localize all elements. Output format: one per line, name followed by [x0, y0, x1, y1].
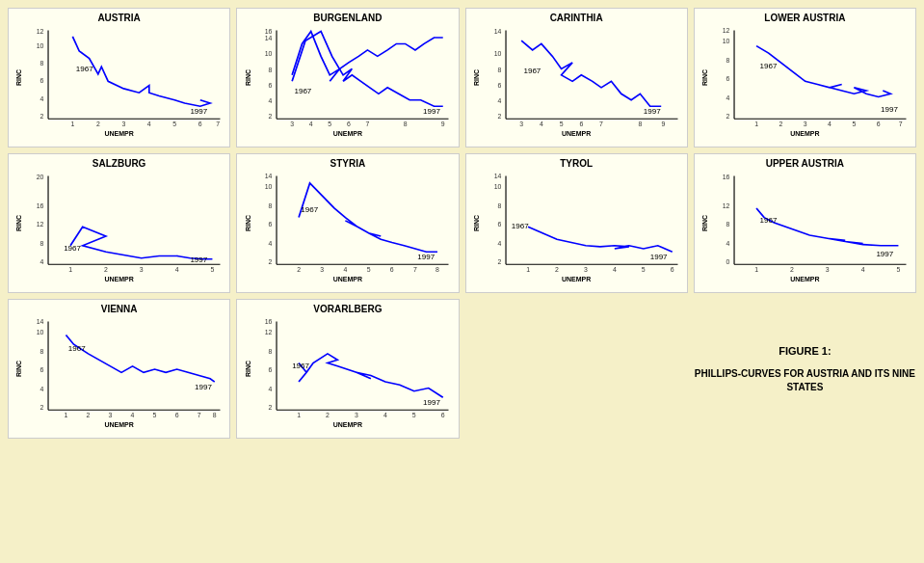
svg-text:3: 3 [519, 121, 523, 127]
svg-text:7: 7 [216, 121, 220, 127]
chart-vorarlberg-title: VORARLBERG [241, 304, 454, 314]
svg-text:4: 4 [726, 94, 729, 101]
svg-text:5: 5 [412, 412, 416, 418]
chart-vorarlberg-xlabel: UNEMPR [241, 421, 454, 428]
svg-text:14: 14 [493, 173, 501, 179]
svg-text:10: 10 [37, 42, 44, 49]
svg-text:12: 12 [722, 202, 729, 209]
chart-upper-austria: UPPER AUSTRIA RINC 0 4 8 12 16 1 2 [694, 153, 916, 293]
svg-text:1967: 1967 [76, 65, 93, 73]
svg-text:3: 3 [321, 266, 325, 273]
svg-text:12: 12 [37, 222, 44, 228]
chart-austria-svg: 2 4 6 8 10 12 1 2 3 4 5 6 7 [26, 25, 225, 129]
svg-text:1967: 1967 [64, 244, 81, 253]
chart-vienna: VIENNA RINC 2 4 6 8 10 14 1 [8, 299, 230, 439]
svg-text:2: 2 [497, 258, 501, 265]
svg-text:10: 10 [493, 184, 501, 191]
svg-text:12: 12 [37, 28, 44, 35]
chart-styria-ylabel: RINC [245, 214, 251, 230]
svg-text:6: 6 [497, 82, 501, 89]
svg-text:4: 4 [383, 412, 387, 418]
svg-text:16: 16 [37, 202, 44, 209]
svg-text:8: 8 [40, 348, 44, 355]
svg-text:4: 4 [309, 121, 313, 127]
chart-burgenland-svg: 2 4 6 8 10 14 16 3 4 5 6 7 8 9 [254, 25, 454, 129]
chart-salzburg-xlabel: UNEMPR [13, 276, 225, 282]
chart-burgenland-title: BURGENLAND [241, 13, 454, 23]
svg-text:5: 5 [852, 121, 856, 127]
svg-text:1997: 1997 [190, 107, 207, 116]
svg-text:3: 3 [109, 412, 113, 418]
svg-text:16: 16 [722, 174, 729, 180]
svg-text:4: 4 [269, 386, 273, 392]
svg-text:2: 2 [790, 266, 794, 273]
svg-text:3: 3 [121, 121, 125, 127]
svg-text:8: 8 [269, 67, 273, 73]
svg-text:8: 8 [40, 240, 44, 247]
svg-text:8: 8 [269, 348, 273, 355]
chart-salzburg-title: SALZBURG [13, 158, 225, 169]
svg-text:1997: 1997 [418, 253, 436, 261]
chart-carinthia: CARINTHIA RINC 2 4 6 8 10 14 3 [465, 8, 688, 147]
chart-carinthia-ylabel: RINC [473, 68, 480, 85]
svg-text:10: 10 [265, 184, 273, 191]
svg-text:4: 4 [612, 266, 616, 273]
chart-vorarlberg: VORARLBERG RINC 2 4 6 8 12 16 1 [236, 299, 459, 439]
svg-text:4: 4 [40, 386, 44, 392]
svg-text:5: 5 [641, 266, 645, 273]
chart-carinthia-title: CARINTHIA [470, 13, 683, 23]
svg-text:2: 2 [269, 113, 273, 120]
chart-carinthia-xlabel: UNEMPR [470, 130, 683, 137]
chart-vienna-xlabel: UNEMPR [13, 421, 225, 428]
svg-text:1: 1 [68, 266, 72, 273]
svg-text:6: 6 [726, 76, 729, 83]
chart-lower-austria-ylabel: RINC [701, 68, 708, 85]
chart-lower-austria-xlabel: UNEMPR [699, 130, 911, 137]
svg-text:8: 8 [404, 121, 408, 127]
svg-text:2: 2 [269, 404, 273, 411]
svg-text:14: 14 [265, 173, 273, 179]
svg-text:1967: 1967 [759, 216, 777, 225]
svg-text:4: 4 [131, 412, 135, 418]
svg-text:2: 2 [326, 412, 330, 418]
svg-text:1967: 1967 [523, 67, 541, 75]
svg-text:2: 2 [779, 121, 782, 127]
svg-text:2: 2 [96, 121, 100, 127]
svg-text:3: 3 [290, 121, 294, 127]
svg-text:6: 6 [877, 121, 881, 127]
svg-text:4: 4 [40, 95, 44, 102]
chart-austria-title: AUSTRIA [13, 13, 225, 23]
chart-styria-title: STYRIA [241, 158, 454, 169]
svg-text:7: 7 [599, 121, 603, 127]
svg-text:5: 5 [896, 266, 900, 273]
svg-text:3: 3 [355, 412, 358, 418]
svg-text:4: 4 [726, 240, 729, 247]
chart-burgenland: BURGENLAND RINC 2 4 6 8 10 14 16 [236, 8, 459, 147]
svg-text:3: 3 [804, 121, 807, 127]
svg-text:14: 14 [493, 28, 501, 35]
svg-text:10: 10 [265, 51, 273, 58]
svg-text:14: 14 [37, 318, 44, 325]
svg-text:5: 5 [153, 412, 157, 418]
chart-tyrol-xlabel: UNEMPR [470, 276, 683, 282]
svg-text:6: 6 [497, 222, 501, 228]
svg-text:4: 4 [147, 121, 151, 127]
svg-text:6: 6 [670, 266, 673, 273]
svg-text:1997: 1997 [190, 255, 207, 264]
svg-text:2: 2 [40, 113, 44, 120]
svg-text:6: 6 [579, 121, 583, 127]
svg-text:4: 4 [828, 121, 832, 127]
svg-text:1: 1 [65, 412, 68, 418]
svg-text:1967: 1967 [292, 362, 309, 370]
svg-text:2: 2 [297, 266, 301, 273]
svg-text:2: 2 [726, 113, 729, 120]
chart-vorarlberg-ylabel: RINC [245, 360, 251, 376]
row3: VIENNA RINC 2 4 6 8 10 14 1 [8, 299, 916, 439]
svg-text:5: 5 [367, 266, 371, 273]
row2: SALZBURG RINC 4 8 12 16 20 1 2 [8, 153, 916, 293]
figure-title-line1: FIGURE 1: [779, 343, 831, 361]
svg-text:1997: 1997 [643, 107, 660, 116]
chart-lower-austria: LOWER AUSTRIA RINC 2 4 6 8 10 12 1 [694, 8, 916, 147]
row1: AUSTRIA RINC 2 4 6 8 10 [8, 8, 916, 147]
svg-text:2: 2 [555, 266, 559, 273]
